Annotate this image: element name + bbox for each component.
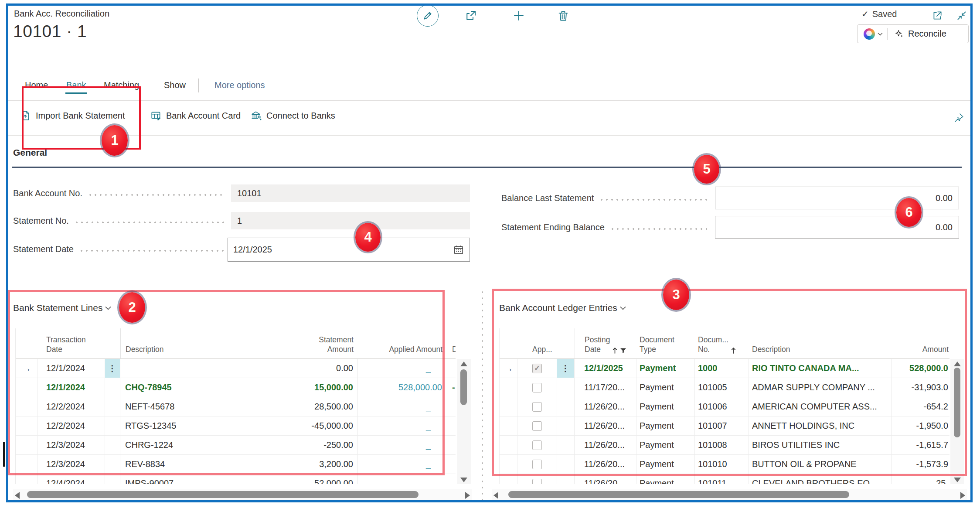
balance-last-statement-field[interactable]: 0.00: [715, 187, 959, 209]
tab-more-options[interactable]: More options: [214, 80, 265, 90]
column-header-amount[interactable]: Amount: [892, 328, 949, 359]
delete-button[interactable]: [556, 9, 570, 23]
scroll-down-arrow[interactable]: [954, 478, 961, 482]
cell-frag: [451, 455, 456, 474]
cell-rdesc: BUTTON OIL & PROPANE: [749, 455, 892, 474]
scroll-right-arrow[interactable]: [465, 492, 470, 499]
reconcile-button-group: Reconcile: [857, 24, 969, 43]
tab-show[interactable]: Show: [164, 80, 186, 90]
scroll-left-arrow[interactable]: [15, 492, 20, 499]
ledger-entries-vertical-scrollbar[interactable]: [950, 359, 964, 484]
open-in-new-window-button[interactable]: [930, 9, 944, 23]
table-row[interactable]: →12/1/2024⋮CHQ-7894515,000.00528,000.00-: [16, 378, 456, 397]
column-header-applied[interactable]: Applied Amount: [358, 328, 451, 359]
column-header-label: Document Type: [640, 335, 674, 355]
statement-date-field[interactable]: 12/1/2025: [228, 238, 470, 262]
share-button[interactable]: [464, 9, 478, 23]
statement-ending-balance-field[interactable]: 0.00: [715, 216, 959, 239]
table-row[interactable]: →12/2/2024⋮NEFT-4567828,500.00_: [16, 397, 456, 416]
filter-icon[interactable]: [620, 348, 626, 354]
cell-pdate: 12/1/2025: [575, 359, 636, 378]
collapse-button[interactable]: [955, 9, 969, 23]
column-header-arrow[interactable]: [16, 328, 37, 359]
column-header-frag[interactable]: D: [451, 328, 456, 359]
pin-actionbar-button[interactable]: [952, 111, 966, 125]
table-row[interactable]: →⋮12/1/2025Payment1000RIO TINTO CANADA M…: [500, 359, 949, 378]
check-icon: ✓: [861, 9, 869, 19]
applied-checkbox[interactable]: [532, 364, 542, 373]
column-header-date[interactable]: Transaction Date: [37, 328, 105, 359]
general-section-heading[interactable]: General: [13, 147, 47, 158]
row-menu-icon[interactable]: ⋮: [105, 359, 120, 378]
applied-checkbox[interactable]: [532, 479, 542, 485]
applied-checkbox[interactable]: [532, 421, 542, 431]
cell-amount: 25,: [892, 474, 949, 484]
applied-checkbox[interactable]: [532, 460, 542, 469]
tab-matching[interactable]: Matching: [104, 80, 139, 90]
reconcile-button[interactable]: Reconcile: [888, 29, 953, 39]
applied-checkbox[interactable]: [532, 383, 542, 392]
table-row[interactable]: →⋮11/17/20...Payment101005ADMAR SUPPLY C…: [500, 378, 949, 397]
column-header-menu[interactable]: [557, 328, 575, 359]
edit-button[interactable]: [417, 5, 439, 27]
statement-lines-vertical-scrollbar[interactable]: [457, 359, 471, 484]
scroll-up-arrow[interactable]: [954, 362, 961, 366]
column-header-pdate[interactable]: Posting Date: [575, 328, 636, 359]
column-header-menu[interactable]: [105, 328, 120, 359]
bank-account-ledger-entries-title[interactable]: Bank Account Ledger Entries: [499, 303, 626, 313]
table-row[interactable]: →12/3/2024⋮REV-88343,200.00_: [16, 455, 456, 474]
statement-lines-horizontal-scrollbar[interactable]: [13, 489, 472, 500]
table-row[interactable]: →12/3/2024⋮CHRG-1224-250.00_: [16, 436, 456, 455]
bank-account-card-button[interactable]: Bank Account Card: [150, 110, 241, 121]
sort-ascending-icon[interactable]: [612, 347, 618, 354]
scrollbar-thumb[interactable]: [954, 368, 960, 437]
bank-statement-lines-title[interactable]: Bank Statement Lines: [13, 303, 111, 313]
scroll-left-arrow[interactable]: [493, 492, 498, 499]
connect-to-banks-button[interactable]: Connect to Banks: [251, 110, 335, 121]
scroll-down-arrow[interactable]: [460, 478, 467, 482]
column-header-stmt[interactable]: Statement Amount: [277, 328, 358, 359]
cell-applied: _: [358, 397, 451, 416]
tab-bank[interactable]: Bank: [66, 80, 86, 90]
callout-badge-5: 5: [694, 155, 719, 184]
cell-frag: -: [451, 378, 456, 397]
calendar-icon[interactable]: [453, 244, 464, 256]
sort-ascending-icon[interactable]: [731, 347, 736, 354]
table-row[interactable]: →⋮11/26/20...Payment101010BUTTON OIL & P…: [500, 455, 949, 474]
table-row[interactable]: →⋮11/26/20...Payment101007ANNETT HOLDING…: [500, 416, 949, 436]
table-row[interactable]: →⋮11/26/20...Payment101008BIROS UTILITIE…: [500, 436, 949, 455]
row-menu-icon[interactable]: ⋮: [557, 359, 574, 378]
callout-badge-6: 6: [896, 198, 922, 227]
column-header-check[interactable]: App...: [517, 328, 557, 359]
column-header-dtype[interactable]: Document Type: [636, 328, 695, 359]
column-header-label: Description: [126, 345, 164, 355]
column-header-desc[interactable]: Description: [120, 328, 277, 359]
cell-menu: ⋮: [105, 474, 120, 484]
scrollbar-thumb[interactable]: [508, 491, 849, 498]
copilot-icon: [864, 28, 875, 40]
column-header-dno[interactable]: Docum... No.: [695, 328, 749, 359]
table-row[interactable]: →12/4/2024⋮IMPS-9000752,000.00: [16, 474, 456, 484]
table-row[interactable]: →12/1/2024⋮0.00_: [16, 359, 456, 378]
scroll-up-arrow[interactable]: [460, 362, 467, 366]
cell-amount: -1,615.7: [892, 436, 949, 455]
table-row[interactable]: →⋮11/26/20...Payment101011CLEVELAND BROT…: [500, 474, 949, 484]
pane-splitter[interactable]: [482, 289, 483, 500]
scrollbar-thumb[interactable]: [27, 491, 419, 498]
scrollbar-thumb[interactable]: [460, 369, 467, 405]
import-bank-statement-button[interactable]: Import Bank Statement: [20, 110, 125, 121]
column-header-arrow[interactable]: [500, 328, 517, 359]
copilot-menu-button[interactable]: [858, 25, 887, 43]
import-bank-statement-icon: [20, 110, 31, 121]
scroll-right-arrow[interactable]: [960, 492, 965, 499]
cell-menu: ⋮: [557, 378, 575, 397]
applied-amount-link[interactable]: 528,000.00: [358, 378, 451, 397]
table-row[interactable]: →12/2/2024⋮RTGS-12345-45,000.00_: [16, 416, 456, 436]
table-row[interactable]: →⋮11/26/20...Payment101006AMERICAN COMPU…: [500, 397, 949, 416]
column-header-rdesc[interactable]: Description: [749, 328, 892, 359]
applied-checkbox[interactable]: [532, 440, 542, 450]
new-record-button[interactable]: [512, 9, 526, 23]
tab-home[interactable]: Home: [25, 80, 48, 90]
applied-checkbox[interactable]: [532, 402, 542, 412]
ledger-entries-horizontal-scrollbar[interactable]: [492, 489, 967, 500]
